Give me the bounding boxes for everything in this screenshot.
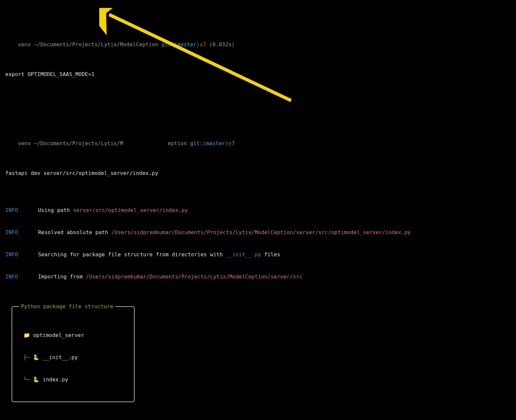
info-using-path: INFO Using path server/src/optimodel_ser…	[5, 207, 511, 214]
init-module: __init__.py	[226, 251, 261, 258]
snake-icon: 🐍	[33, 354, 39, 360]
box-title: Python package file structure	[19, 303, 115, 310]
command-1: export OPTIMODEL_SAAS_MODE=1	[5, 71, 511, 78]
level-tag: INFO	[5, 273, 28, 280]
text: Importing from	[38, 273, 86, 280]
level-tag: INFO	[5, 229, 28, 236]
info-importing-from: INFO Importing from /Users/sidpremkumar/…	[5, 273, 511, 280]
tree-branch: └─	[23, 376, 30, 383]
file-name: __init__.py	[43, 354, 78, 360]
git-suffix: )	[196, 41, 200, 48]
git-branch: master	[177, 41, 196, 48]
path-value: server/src/optimodel_server/index.py	[73, 207, 188, 213]
git-prefix: git:(	[190, 140, 206, 147]
text: Searching for package file structure fro…	[38, 251, 226, 258]
cwd-path-cont: eption	[168, 140, 187, 147]
git-dirty: ±7	[228, 140, 235, 147]
git-dirty: ±7	[200, 41, 206, 48]
command-2: fastapi dev server/src/optimodel_server/…	[5, 170, 511, 177]
tree-branch: ├─	[23, 354, 30, 360]
level-tag: INFO	[5, 251, 28, 258]
venv-tag: venv	[18, 140, 31, 147]
venv-tag: venv	[18, 41, 31, 48]
prompt-line-2: venv ~/Documents/Projects/Lytix/M eption…	[5, 133, 511, 155]
package-name: optimodel_server	[33, 332, 84, 338]
tree-file-index: └─ 🐍 index.py	[17, 376, 129, 383]
package-structure-box: Python package file structure 📁 optimode…	[12, 306, 135, 402]
text: Resolved absolute path	[38, 229, 111, 235]
folder-icon: 📁	[23, 332, 30, 338]
cwd-path: ~/Documents/Projects/Lytix/M	[34, 140, 123, 147]
git-suffix: )	[225, 140, 229, 147]
timing: (0.032s)	[209, 41, 235, 48]
terminal-output[interactable]: venv ~/Documents/Projects/Lytix/ModelCep…	[0, 0, 516, 420]
file-name: index.py	[43, 376, 68, 383]
cwd-path: ~/Documents/Projects/Lytix/ModelCeption	[34, 41, 158, 48]
level-tag: INFO	[5, 207, 28, 214]
text: files	[261, 251, 280, 258]
path-value: /Users/sidpremkumar/Documents/Projects/L…	[86, 273, 302, 280]
git-prefix: git:(	[161, 41, 177, 48]
svg-line-0	[109, 15, 291, 101]
prompt-line-1: venv ~/Documents/Projects/Lytix/ModelCep…	[5, 34, 511, 56]
path-value: /Users/sidpremkumar/Documents/Projects/L…	[111, 229, 410, 235]
tree-file-init: ├─ 🐍 __init__.py	[17, 354, 129, 361]
annotation-arrow-icon	[99, 8, 304, 114]
info-resolved: INFO Resolved absolute path /Users/sidpr…	[5, 229, 511, 236]
snake-icon: 🐍	[33, 376, 39, 383]
tree-package: 📁 optimodel_server	[17, 332, 129, 339]
git-branch: master	[206, 140, 225, 147]
text: Using path	[38, 207, 73, 213]
info-searching: INFO Searching for package file structur…	[5, 251, 511, 258]
